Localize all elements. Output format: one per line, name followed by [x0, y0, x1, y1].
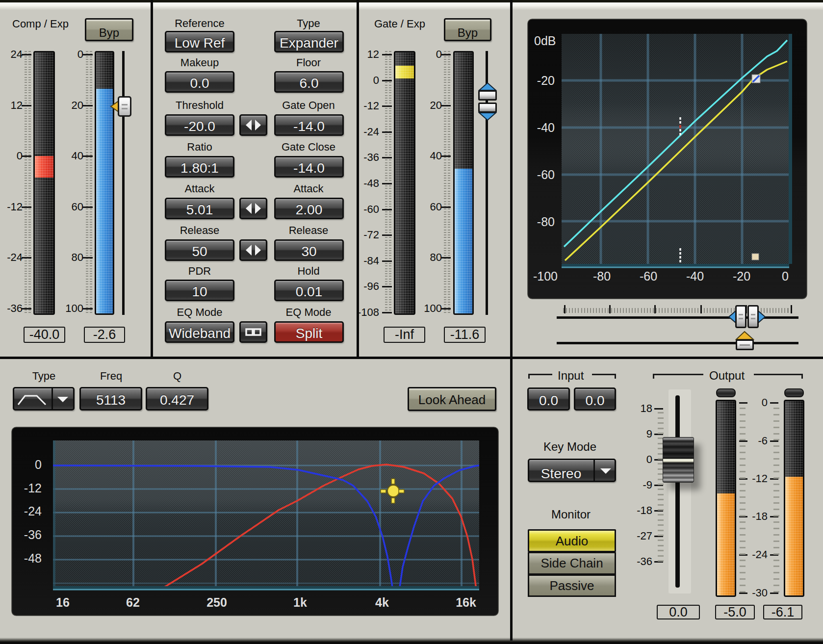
svg-text:-36: -36 — [24, 528, 42, 541]
svg-text:-12: -12 — [24, 481, 42, 495]
svg-text:-40: -40 — [537, 121, 555, 134]
svg-text:-20: -20 — [537, 74, 555, 87]
svg-text:0: 0 — [35, 458, 42, 471]
svg-text:-80: -80 — [593, 269, 611, 283]
svg-text:4k: 4k — [375, 595, 389, 609]
svg-text:250: 250 — [206, 595, 227, 609]
svg-text:16: 16 — [56, 595, 70, 609]
svg-text:1k: 1k — [293, 595, 307, 609]
svg-text:0dB: 0dB — [534, 34, 556, 48]
svg-text:-40: -40 — [686, 269, 704, 283]
svg-text:62: 62 — [126, 595, 140, 609]
svg-text:-60: -60 — [537, 168, 555, 181]
svg-text:-100: -100 — [533, 269, 558, 283]
svg-text:-20: -20 — [733, 269, 750, 283]
svg-text:0: 0 — [782, 269, 789, 283]
svg-text:-24: -24 — [24, 504, 42, 518]
svg-text:-80: -80 — [537, 215, 555, 229]
svg-text:16k: 16k — [456, 595, 476, 609]
svg-text:-48: -48 — [24, 551, 42, 565]
svg-text:-60: -60 — [640, 269, 657, 283]
